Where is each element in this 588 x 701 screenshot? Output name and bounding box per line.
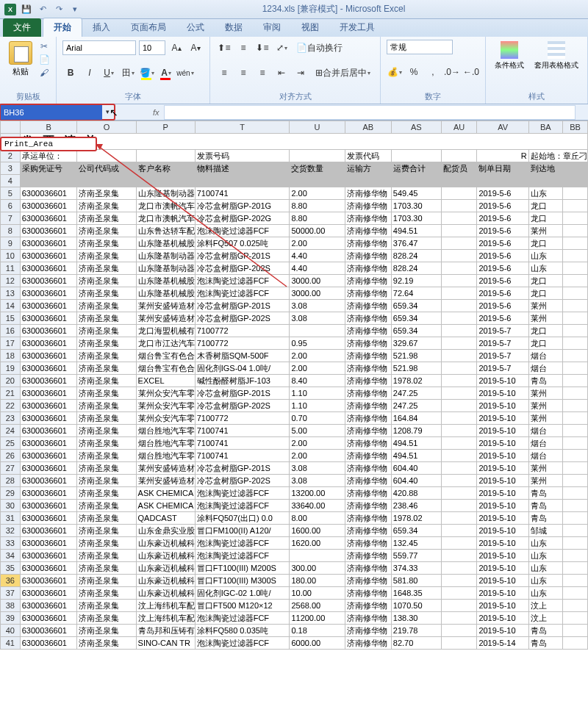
cell[interactable]: 1620.00 (290, 537, 345, 550)
cell[interactable]: 4.40 (290, 262, 345, 275)
cell[interactable] (441, 250, 477, 262)
row-header-12[interactable]: 12 (1, 275, 21, 287)
cell[interactable]: 659.34 (391, 325, 441, 337)
cell[interactable]: 山东隆基制动器 (136, 262, 195, 275)
cell[interactable] (562, 312, 587, 325)
cell[interactable]: 329.67 (391, 337, 441, 350)
cell[interactable]: 泡沫陶瓷过滤器FCF (195, 550, 290, 562)
cell[interactable]: 莱州安盛铸造材 (136, 475, 195, 487)
conditional-format-button[interactable]: 条件格式 (492, 40, 527, 72)
cell[interactable] (562, 350, 587, 362)
tab-view[interactable]: 视图 (291, 18, 329, 37)
cell[interactable]: 6300036601 (20, 600, 77, 612)
cell[interactable]: 冷芯盒树脂GP-201S (195, 387, 290, 400)
cell[interactable]: 济南修华物 (345, 412, 391, 425)
cell[interactable]: 8.40 (290, 375, 345, 387)
cell[interactable]: 2019-5-10 (477, 475, 528, 487)
cell[interactable]: 0.95 (290, 337, 345, 350)
cell[interactable]: 冷芯盒树脂GP-202S (195, 400, 290, 412)
save-icon[interactable]: 💾 (19, 2, 34, 17)
cell[interactable]: 247.25 (391, 387, 441, 400)
cell[interactable]: 2019-5-10 (477, 537, 528, 550)
name-dropdown-popup[interactable]: Print_Area (0, 137, 97, 151)
cell[interactable]: 6300036601 (20, 325, 77, 337)
cell[interactable]: 山东 (528, 562, 562, 575)
cell[interactable]: 济南圣泉集 (77, 337, 136, 350)
cell[interactable]: 济南圣泉集 (77, 487, 136, 500)
cell[interactable]: 泡沫陶瓷过滤器FCF (195, 275, 290, 287)
cell[interactable]: 6300036601 (20, 475, 77, 487)
cell[interactable]: 济南圣泉集 (77, 525, 136, 537)
cell[interactable]: 2019-5-6 (477, 312, 528, 325)
cell[interactable]: 6300036601 (20, 337, 77, 350)
row-header-15[interactable]: 15 (1, 312, 21, 325)
cell[interactable]: 山东 (528, 187, 562, 200)
cell[interactable]: 山东 (528, 587, 562, 600)
cell[interactable]: 2019-5-10 (477, 487, 528, 500)
cell[interactable]: 6300036601 (20, 300, 77, 312)
cell[interactable]: 6300036601 (20, 450, 77, 462)
cell[interactable]: 济南圣泉集 (77, 475, 136, 487)
cell[interactable] (562, 400, 587, 412)
cell[interactable]: 6300036601 (20, 462, 77, 475)
cell[interactable]: 烟台 (528, 437, 562, 450)
cell[interactable]: 烟台胜地汽车零 (136, 450, 195, 462)
cell[interactable]: 6300036601 (20, 487, 77, 500)
comma-button[interactable]: , (425, 64, 441, 80)
cell[interactable]: 3.08 (290, 312, 345, 325)
cell[interactable] (562, 375, 587, 387)
cell[interactable] (441, 325, 477, 337)
cell[interactable] (441, 612, 477, 625)
cell[interactable]: 2019-5-10 (477, 512, 528, 525)
cell[interactable]: 2019-5-10 (477, 587, 528, 600)
cell[interactable]: 青岛邦和压铸有 (136, 625, 195, 637)
cell[interactable] (77, 175, 136, 187)
cell[interactable]: 2019-5-6 (477, 275, 528, 287)
cell[interactable]: 2019-5-6 (477, 287, 528, 300)
cell[interactable]: 济南圣泉集 (77, 500, 136, 512)
font-size-select[interactable] (139, 40, 165, 55)
cell[interactable]: 济南修华物 (345, 625, 391, 637)
cell[interactable]: 2019-5-7 (477, 337, 528, 350)
col-header-T[interactable]: T (195, 121, 290, 134)
cell[interactable]: 济南修华物 (345, 462, 391, 475)
cell[interactable]: 2019-5-10 (477, 525, 528, 537)
cell[interactable]: 济南圣泉集 (77, 237, 136, 250)
cell[interactable]: 龙口 (528, 237, 562, 250)
cell[interactable]: 冒口FT100(III) M300S (195, 575, 290, 587)
row-header-3[interactable]: 3 (1, 162, 21, 175)
cell[interactable] (441, 437, 477, 450)
col-header-AV[interactable]: AV (477, 121, 528, 134)
cell[interactable]: 济南圣泉集 (77, 212, 136, 225)
cell[interactable] (562, 450, 587, 462)
cell[interactable]: 烟台 (528, 362, 562, 375)
cell[interactable]: 济南圣泉集 (77, 462, 136, 475)
cell[interactable]: 2019-5-14 (477, 637, 528, 650)
increase-decimal-icon[interactable]: .0→ (444, 64, 460, 80)
cell[interactable]: 6300036601 (20, 575, 77, 587)
column-header[interactable]: 交货数量 (290, 162, 345, 175)
cell[interactable]: 山东 (528, 250, 562, 262)
paste-button[interactable]: 粘贴 (6, 40, 35, 79)
cell[interactable] (562, 337, 587, 350)
cell[interactable] (562, 587, 587, 600)
cell[interactable] (441, 237, 477, 250)
cell[interactable]: 青岛 (528, 625, 562, 637)
cell[interactable]: 济南修华物 (345, 637, 391, 650)
cell[interactable]: 固化剂IGS-04 1.0吨/ (195, 362, 290, 375)
cell[interactable] (441, 562, 477, 575)
cell[interactable]: 2.00 (290, 362, 345, 375)
cut-icon[interactable]: ✂ (38, 40, 50, 52)
cell[interactable]: 龙口 (528, 337, 562, 350)
cell[interactable]: 山东鲁达轿车配 (136, 225, 195, 237)
cell[interactable]: 济南圣泉集 (77, 625, 136, 637)
cell[interactable]: 1703.30 (391, 200, 441, 212)
align-middle-icon[interactable]: ≡ (235, 40, 251, 56)
phonetic-button[interactable]: wén▾ (177, 65, 193, 81)
cell[interactable] (290, 550, 345, 562)
cell[interactable]: 659.34 (391, 312, 441, 325)
cell[interactable]: 247.25 (391, 400, 441, 412)
row-header-27[interactable]: 27 (1, 462, 21, 475)
cell[interactable] (562, 187, 587, 200)
column-header[interactable]: 运费合计 (391, 162, 441, 175)
